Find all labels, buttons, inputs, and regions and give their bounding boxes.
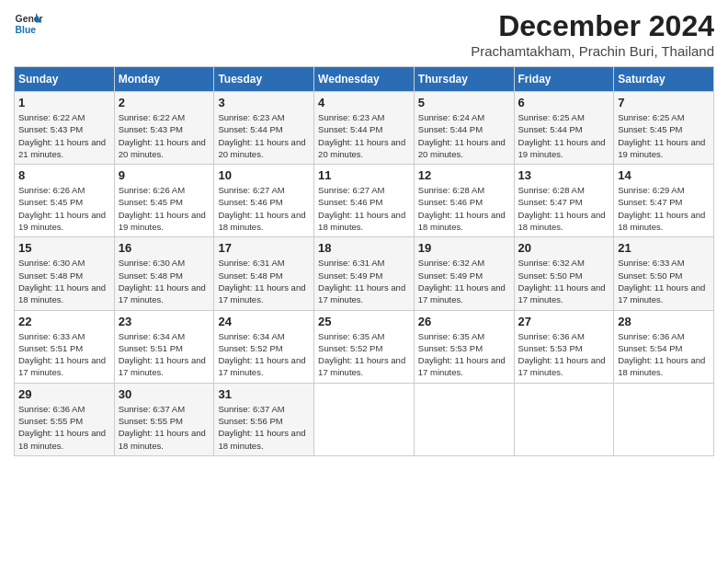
day-info: Sunrise: 6:25 AM Sunset: 5:44 PM Dayligh…: [518, 111, 610, 160]
day-info: Sunrise: 6:30 AM Sunset: 5:48 PM Dayligh…: [18, 257, 110, 305]
day-info: Sunrise: 6:24 AM Sunset: 5:44 PM Dayligh…: [418, 111, 510, 160]
day-number: 8: [18, 168, 110, 182]
day-info: Sunrise: 6:26 AM Sunset: 5:45 PM Dayligh…: [18, 184, 110, 233]
calendar-cell: 11Sunrise: 6:27 AM Sunset: 5:46 PM Dayli…: [314, 165, 415, 237]
calendar-cell: 7Sunrise: 6:25 AM Sunset: 5:45 PM Daylig…: [614, 92, 714, 165]
calendar-cell: 14Sunrise: 6:29 AM Sunset: 5:47 PM Dayli…: [614, 165, 714, 237]
day-number: 9: [119, 168, 210, 182]
day-number: 4: [318, 96, 410, 109]
day-number: 20: [518, 241, 610, 255]
calendar-cell: 18Sunrise: 6:31 AM Sunset: 5:49 PM Dayli…: [314, 237, 415, 310]
day-number: 5: [418, 96, 510, 109]
calendar-cell: 21Sunrise: 6:33 AM Sunset: 5:50 PM Dayli…: [614, 237, 714, 310]
calendar-cell: 23Sunrise: 6:34 AM Sunset: 5:51 PM Dayli…: [114, 310, 214, 383]
day-number: 27: [518, 315, 610, 328]
calendar-cell: 4Sunrise: 6:23 AM Sunset: 5:44 PM Daylig…: [314, 92, 415, 165]
day-number: 3: [218, 96, 310, 109]
day-number: 10: [218, 168, 310, 182]
day-number: 21: [618, 241, 710, 255]
day-info: Sunrise: 6:27 AM Sunset: 5:46 PM Dayligh…: [218, 184, 310, 233]
day-number: 22: [18, 315, 110, 328]
calendar-cell: 25Sunrise: 6:35 AM Sunset: 5:52 PM Dayli…: [314, 310, 415, 383]
day-info: Sunrise: 6:35 AM Sunset: 5:52 PM Dayligh…: [318, 330, 410, 379]
day-info: Sunrise: 6:31 AM Sunset: 5:48 PM Dayligh…: [218, 257, 310, 305]
logo-icon: General Blue: [14, 9, 43, 39]
calendar-cell: 3Sunrise: 6:23 AM Sunset: 5:44 PM Daylig…: [214, 92, 314, 165]
calendar-cell: 6Sunrise: 6:25 AM Sunset: 5:44 PM Daylig…: [514, 92, 614, 165]
calendar-cell: 22Sunrise: 6:33 AM Sunset: 5:51 PM Dayli…: [15, 310, 115, 383]
calendar-cell: 20Sunrise: 6:32 AM Sunset: 5:50 PM Dayli…: [514, 237, 614, 310]
header-wednesday: Wednesday: [314, 67, 415, 92]
calendar-week-1: 1Sunrise: 6:22 AM Sunset: 5:43 PM Daylig…: [15, 92, 714, 165]
day-info: Sunrise: 6:23 AM Sunset: 5:44 PM Dayligh…: [318, 111, 410, 160]
day-info: Sunrise: 6:33 AM Sunset: 5:51 PM Dayligh…: [18, 330, 110, 379]
header-sunday: Sunday: [15, 67, 115, 92]
day-number: 6: [518, 96, 610, 109]
header-saturday: Saturday: [614, 67, 714, 92]
day-info: Sunrise: 6:32 AM Sunset: 5:49 PM Dayligh…: [418, 257, 510, 305]
day-info: Sunrise: 6:37 AM Sunset: 5:56 PM Dayligh…: [218, 403, 310, 452]
day-info: Sunrise: 6:35 AM Sunset: 5:53 PM Dayligh…: [418, 330, 510, 379]
calendar-cell: 10Sunrise: 6:27 AM Sunset: 5:46 PM Dayli…: [214, 165, 314, 237]
calendar-week-4: 22Sunrise: 6:33 AM Sunset: 5:51 PM Dayli…: [15, 310, 714, 383]
day-number: 2: [119, 96, 210, 109]
day-info: Sunrise: 6:28 AM Sunset: 5:46 PM Dayligh…: [418, 184, 510, 233]
calendar-cell: 8Sunrise: 6:26 AM Sunset: 5:45 PM Daylig…: [15, 165, 115, 237]
calendar-week-3: 15Sunrise: 6:30 AM Sunset: 5:48 PM Dayli…: [15, 237, 714, 310]
page-subtitle: Prachamtakham, Prachin Buri, Thailand: [471, 43, 714, 59]
page-title: December 2024: [471, 9, 714, 43]
calendar-header-row: SundayMondayTuesdayWednesdayThursdayFrid…: [15, 67, 714, 92]
header-thursday: Thursday: [414, 67, 514, 92]
day-number: 11: [318, 168, 410, 182]
day-info: Sunrise: 6:25 AM Sunset: 5:45 PM Dayligh…: [618, 111, 710, 160]
day-number: 30: [119, 387, 210, 401]
day-info: Sunrise: 6:36 AM Sunset: 5:55 PM Dayligh…: [18, 403, 110, 452]
calendar-cell: [414, 383, 514, 455]
day-info: Sunrise: 6:23 AM Sunset: 5:44 PM Dayligh…: [218, 111, 310, 160]
day-info: Sunrise: 6:26 AM Sunset: 5:45 PM Dayligh…: [119, 184, 210, 233]
svg-text:Blue: Blue: [16, 25, 37, 35]
calendar-body: 1Sunrise: 6:22 AM Sunset: 5:43 PM Daylig…: [15, 92, 714, 456]
day-number: 18: [318, 241, 410, 255]
day-number: 25: [318, 315, 410, 328]
calendar-cell: 29Sunrise: 6:36 AM Sunset: 5:55 PM Dayli…: [15, 383, 115, 455]
calendar-cell: [614, 383, 714, 455]
calendar-cell: 24Sunrise: 6:34 AM Sunset: 5:52 PM Dayli…: [214, 310, 314, 383]
calendar-table: SundayMondayTuesdayWednesdayThursdayFrid…: [14, 66, 714, 456]
day-number: 7: [618, 96, 710, 109]
day-number: 29: [18, 387, 110, 401]
header-friday: Friday: [514, 67, 614, 92]
day-number: 12: [418, 168, 510, 182]
calendar-cell: 5Sunrise: 6:24 AM Sunset: 5:44 PM Daylig…: [414, 92, 514, 165]
day-number: 31: [218, 387, 310, 401]
header-monday: Monday: [114, 67, 214, 92]
day-info: Sunrise: 6:34 AM Sunset: 5:51 PM Dayligh…: [119, 330, 210, 379]
day-info: Sunrise: 6:31 AM Sunset: 5:49 PM Dayligh…: [318, 257, 410, 305]
day-info: Sunrise: 6:34 AM Sunset: 5:52 PM Dayligh…: [218, 330, 310, 379]
title-area: December 2024 Prachamtakham, Prachin Bur…: [471, 9, 714, 59]
day-number: 26: [418, 315, 510, 328]
page-header: General Blue December 2024 Prachamtakham…: [14, 9, 714, 59]
day-number: 16: [119, 241, 210, 255]
day-number: 17: [218, 241, 310, 255]
logo: General Blue: [14, 9, 43, 39]
day-number: 24: [218, 315, 310, 328]
day-number: 28: [618, 315, 710, 328]
calendar-cell: 12Sunrise: 6:28 AM Sunset: 5:46 PM Dayli…: [414, 165, 514, 237]
calendar-week-5: 29Sunrise: 6:36 AM Sunset: 5:55 PM Dayli…: [15, 383, 714, 455]
calendar-cell: 31Sunrise: 6:37 AM Sunset: 5:56 PM Dayli…: [214, 383, 314, 455]
day-info: Sunrise: 6:37 AM Sunset: 5:55 PM Dayligh…: [119, 403, 210, 452]
calendar-cell: 9Sunrise: 6:26 AM Sunset: 5:45 PM Daylig…: [114, 165, 214, 237]
day-info: Sunrise: 6:36 AM Sunset: 5:54 PM Dayligh…: [618, 330, 710, 379]
day-number: 14: [618, 168, 710, 182]
header-tuesday: Tuesday: [214, 67, 314, 92]
calendar-cell: 15Sunrise: 6:30 AM Sunset: 5:48 PM Dayli…: [15, 237, 115, 310]
calendar-cell: 28Sunrise: 6:36 AM Sunset: 5:54 PM Dayli…: [614, 310, 714, 383]
calendar-cell: [514, 383, 614, 455]
calendar-cell: 16Sunrise: 6:30 AM Sunset: 5:48 PM Dayli…: [114, 237, 214, 310]
day-info: Sunrise: 6:22 AM Sunset: 5:43 PM Dayligh…: [119, 111, 210, 160]
day-info: Sunrise: 6:27 AM Sunset: 5:46 PM Dayligh…: [318, 184, 410, 233]
calendar-cell: 27Sunrise: 6:36 AM Sunset: 5:53 PM Dayli…: [514, 310, 614, 383]
calendar-cell: 26Sunrise: 6:35 AM Sunset: 5:53 PM Dayli…: [414, 310, 514, 383]
calendar-cell: 13Sunrise: 6:28 AM Sunset: 5:47 PM Dayli…: [514, 165, 614, 237]
